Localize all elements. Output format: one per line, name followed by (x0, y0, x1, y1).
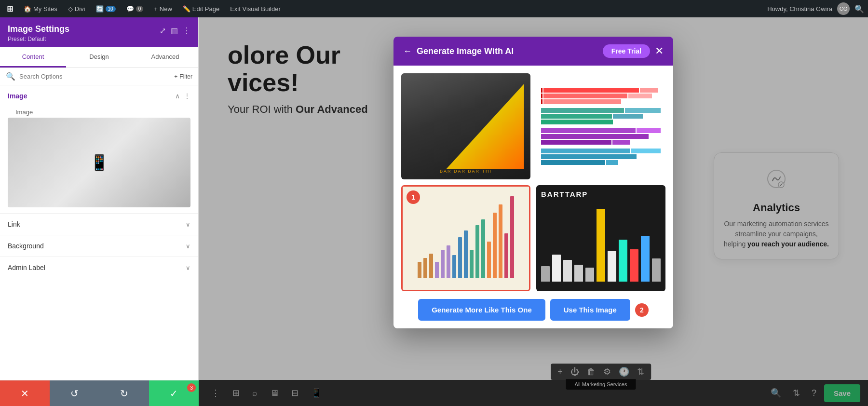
ai-modal-body: BAR DAR BAR THI (393, 66, 673, 328)
admin-bar-right: Howdy, Christina Gwira CG 🔍 (767, 2, 864, 15)
tab-content[interactable]: Content (0, 47, 66, 68)
background-arrow-icon: ∨ (186, 243, 190, 250)
redo-button[interactable]: ↻ (99, 380, 149, 406)
link-arrow-icon: ∨ (186, 221, 190, 228)
user-greeting: Howdy, Christina Gwira (767, 5, 832, 13)
sidebar-header-icons: ⤢ ▥ ⋮ (160, 26, 190, 35)
divi-label: Divi (75, 5, 85, 13)
selection-badge-1: 1 (407, 190, 420, 204)
admin-label-title: Admin Label (8, 264, 45, 271)
free-trial-badge[interactable]: Free Trial (603, 44, 650, 58)
sidebar-search: 🔍 + Filter (0, 68, 198, 85)
ai-modal-title: Generate Image With AI (417, 46, 514, 56)
layout-icon[interactable]: ▥ (171, 26, 178, 35)
image-label: Image (8, 104, 190, 118)
chart4-title: BARTTARP (541, 190, 661, 198)
filter-label: Filter (179, 73, 192, 80)
admin-label-arrow-icon: ∨ (186, 264, 190, 271)
my-sites-label: My Sites (33, 5, 57, 13)
section-controls: ∧ ⋮ (175, 92, 190, 100)
updates-item[interactable]: 🔄 10 (93, 3, 119, 14)
cancel-button[interactable]: ✕ (0, 380, 50, 406)
tab-design[interactable]: Design (66, 47, 132, 68)
sidebar-content: Image ∧ ⋮ Image 📱 Link ∨ Background (0, 85, 198, 406)
edit-page-label: Edit Page (192, 5, 219, 13)
divi-icon: ◇ (68, 5, 73, 13)
sidebar-header: Image Settings Preset: Default ⤢ ▥ ⋮ (0, 17, 198, 47)
image-placeholder[interactable]: 📱 (8, 118, 190, 207)
plus-icon: + (154, 5, 158, 13)
plus-icon: + (174, 73, 177, 80)
sidebar-title: Image Settings (8, 24, 69, 34)
new-item[interactable]: + New (151, 3, 175, 14)
search-icon[interactable]: 🔍 (854, 4, 864, 14)
comments-item[interactable]: 💬 0 (123, 3, 147, 14)
use-image-badge: 2 (635, 303, 649, 317)
section-more-icon[interactable]: ⋮ (184, 92, 190, 100)
my-sites-item[interactable]: 🏠 My Sites (21, 3, 60, 14)
image-placeholder-icon: 📱 (90, 153, 109, 172)
comments-icon: 💬 (126, 5, 134, 13)
ai-modal-header: ← Generate Image With AI Free Trial ✕ (393, 37, 673, 66)
new-label: New (160, 5, 172, 13)
collapse-icon[interactable]: ∧ (175, 92, 180, 100)
ai-image-4[interactable]: BARTTARP (536, 185, 665, 291)
link-section[interactable]: Link ∨ (0, 213, 198, 235)
wp-logo-item[interactable]: ⊞ (4, 2, 16, 15)
image-section-header: Image ∧ ⋮ (0, 85, 198, 104)
edit-icon: ✏️ (183, 5, 190, 13)
sidebar-bottom: ✕ ↺ ↻ ✓ 3 (0, 380, 199, 406)
wp-icon: ⊞ (7, 4, 13, 14)
ai-modal-close-button[interactable]: ✕ (655, 45, 664, 57)
main-layout: Image Settings Preset: Default ⤢ ▥ ⋮ Con… (0, 17, 868, 406)
sidebar: Image Settings Preset: Default ⤢ ▥ ⋮ Con… (0, 17, 199, 406)
admin-bar: ⊞ 🏠 My Sites ◇ Divi 🔄 10 💬 0 + New ✏️ Ed… (0, 0, 868, 17)
ai-modal-actions: Generate More Like This One Use This Ima… (401, 299, 665, 321)
search-input[interactable] (19, 73, 170, 80)
ai-image-2[interactable] (536, 73, 665, 179)
ai-image-1[interactable]: BAR DAR BAR THI (401, 73, 530, 179)
background-section[interactable]: Background ∨ (0, 235, 198, 257)
search-icon: 🔍 (6, 72, 15, 81)
sidebar-title-area: Image Settings Preset: Default (8, 24, 69, 42)
sites-icon: 🏠 (24, 5, 31, 13)
background-title: Background (8, 242, 44, 250)
ai-modal-header-right: Free Trial ✕ (603, 44, 664, 58)
save-button[interactable]: ✓ 3 (149, 380, 199, 406)
admin-label-section[interactable]: Admin Label ∨ (0, 257, 198, 278)
generate-more-button[interactable]: Generate More Like This One (418, 299, 545, 321)
admin-bar-left: ⊞ 🏠 My Sites ◇ Divi 🔄 10 💬 0 + New ✏️ Ed… (4, 2, 761, 15)
sidebar-tabs: Content Design Advanced (0, 47, 198, 68)
exit-builder-label: Exit Visual Builder (230, 5, 281, 13)
link-title: Link (8, 220, 20, 228)
undo-button[interactable]: ↺ (50, 380, 99, 406)
tab-advanced[interactable]: Advanced (132, 47, 198, 68)
ai-images-grid: BAR DAR BAR THI (401, 73, 665, 291)
edit-page-item[interactable]: ✏️ Edit Page (180, 3, 222, 14)
filter-button[interactable]: + Filter (174, 73, 192, 80)
fullscreen-icon[interactable]: ⤢ (160, 26, 166, 35)
image-preview-area: Image 📱 (0, 104, 198, 213)
updates-icon: 🔄 (96, 5, 104, 13)
updates-badge: 10 (106, 6, 116, 12)
ai-image-3[interactable]: 1 (401, 185, 530, 291)
more-icon[interactable]: ⋮ (183, 26, 190, 35)
image-section-title: Image (8, 92, 27, 100)
exit-builder-item[interactable]: Exit Visual Builder (227, 3, 284, 14)
ai-modal-back-button[interactable]: ← (403, 46, 412, 56)
chart1-label: BAR DAR BAR THI (440, 169, 492, 174)
modal-overlay[interactable]: ← Generate Image With AI Free Trial ✕ (199, 17, 868, 406)
sidebar-preset[interactable]: Preset: Default (8, 36, 69, 42)
comments-badge: 0 (136, 6, 144, 12)
divi-item[interactable]: ◇ Divi (65, 3, 88, 14)
ai-modal: ← Generate Image With AI Free Trial ✕ (393, 37, 673, 328)
ai-modal-title-row: ← Generate Image With AI (403, 46, 514, 56)
use-image-button[interactable]: Use This Image (550, 299, 630, 321)
content-area: olore Ourvices! Your ROI with Our Advanc… (199, 17, 868, 406)
avatar[interactable]: CG (837, 2, 850, 15)
save-badge: 3 (187, 383, 196, 392)
